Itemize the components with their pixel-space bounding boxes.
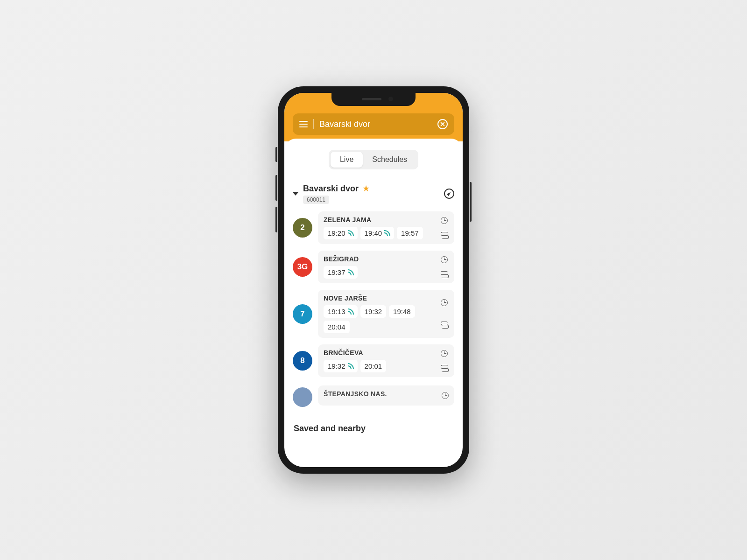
route-card[interactable]: BEŽIGRAD19:37 xyxy=(318,251,454,283)
live-signal-icon xyxy=(348,364,353,369)
route-card[interactable]: NOVE JARŠE19:1319:3219:4820:04 xyxy=(318,290,454,338)
route-card[interactable]: ZELENA JAMA19:2019:4019:57 xyxy=(318,211,454,244)
favorite-star-icon[interactable]: ★ xyxy=(362,183,370,194)
route-card[interactable]: BRNČIČEVA19:3220:01 xyxy=(318,344,454,377)
route-badge[interactable]: 2 xyxy=(293,218,312,238)
route-destination: BRNČIČEVA xyxy=(324,349,435,357)
times-row: 19:1319:3219:4820:04 xyxy=(324,305,435,333)
menu-icon[interactable] xyxy=(299,121,308,127)
time-chip[interactable]: 19:40 xyxy=(360,227,395,239)
route-badge[interactable]: 8 xyxy=(293,351,312,371)
route-actions xyxy=(441,216,449,239)
route-destination: BEŽIGRAD xyxy=(324,255,435,263)
route-destination: NOVE JARŠE xyxy=(324,294,435,302)
phone-frame: Bavarski dvor Live Schedules Bavarski dv… xyxy=(278,86,469,474)
route-actions xyxy=(441,255,449,279)
route-actions xyxy=(441,294,449,333)
clock-icon[interactable] xyxy=(441,256,448,263)
time-chip[interactable]: 19:32 xyxy=(360,305,387,318)
time-chip[interactable]: 19:13 xyxy=(324,305,358,318)
time-chip[interactable]: 19:48 xyxy=(389,305,415,318)
time-chip[interactable]: 19:32 xyxy=(324,360,358,372)
content-area: Live Schedules Bavarski dvor ★ 600011 xyxy=(284,139,463,441)
swap-direction-icon[interactable] xyxy=(441,232,449,239)
swap-direction-icon[interactable] xyxy=(441,365,449,372)
phone-screen: Bavarski dvor Live Schedules Bavarski dv… xyxy=(284,93,463,467)
station-header: Bavarski dvor ★ 600011 xyxy=(284,179,463,207)
time-chip[interactable]: 19:20 xyxy=(324,227,358,239)
live-signal-icon xyxy=(348,309,353,315)
live-signal-icon xyxy=(384,231,390,236)
search-bar[interactable]: Bavarski dvor xyxy=(293,113,454,135)
tab-live[interactable]: Live xyxy=(331,152,363,168)
compass-icon[interactable] xyxy=(444,189,454,199)
station-name: Bavarski dvor xyxy=(303,184,359,194)
footer-title[interactable]: Saved and nearby xyxy=(284,416,463,441)
station-code: 600011 xyxy=(303,196,329,204)
tabs: Live Schedules xyxy=(284,139,463,179)
search-input-value[interactable]: Bavarski dvor xyxy=(319,119,432,129)
clock-icon[interactable] xyxy=(442,392,449,399)
times-row: 19:3220:01 xyxy=(324,360,435,372)
route-destination: ŠTEPANJSKO NAS. xyxy=(324,390,436,398)
clock-icon[interactable] xyxy=(441,350,448,357)
tab-schedules[interactable]: Schedules xyxy=(363,152,416,168)
times-row: 19:2019:4019:57 xyxy=(324,227,435,239)
live-signal-icon xyxy=(348,270,353,275)
time-chip[interactable]: 19:57 xyxy=(397,227,423,239)
live-signal-icon xyxy=(348,231,353,236)
time-chip[interactable]: 20:01 xyxy=(360,360,387,372)
route-badge[interactable]: 3G xyxy=(293,257,312,277)
route-row[interactable]: ŠTEPANJSKO NAS. xyxy=(293,384,454,407)
time-chip[interactable]: 20:04 xyxy=(324,321,350,333)
routes-list[interactable]: 2ZELENA JAMA19:2019:4019:573GBEŽIGRAD19:… xyxy=(284,207,463,416)
route-row[interactable]: 7NOVE JARŠE19:1319:3219:4820:04 xyxy=(293,290,454,338)
route-row[interactable]: 2ZELENA JAMA19:2019:4019:57 xyxy=(293,211,454,244)
route-actions xyxy=(442,390,449,401)
clock-icon[interactable] xyxy=(441,217,448,224)
swap-direction-icon[interactable] xyxy=(441,271,449,278)
times-row: 19:37 xyxy=(324,266,435,279)
route-badge[interactable] xyxy=(293,387,312,407)
route-row[interactable]: 3GBEŽIGRAD19:37 xyxy=(293,251,454,283)
route-badge[interactable]: 7 xyxy=(293,304,312,324)
time-chip[interactable]: 19:37 xyxy=(324,266,358,279)
clear-icon[interactable] xyxy=(437,119,448,129)
route-row[interactable]: 8BRNČIČEVA19:3220:01 xyxy=(293,344,454,377)
route-card[interactable]: ŠTEPANJSKO NAS. xyxy=(318,385,454,406)
dropdown-arrow-icon[interactable] xyxy=(293,192,298,196)
clock-icon[interactable] xyxy=(441,299,448,306)
swap-direction-icon[interactable] xyxy=(441,322,449,329)
route-destination: ZELENA JAMA xyxy=(324,216,435,224)
route-actions xyxy=(441,349,449,372)
